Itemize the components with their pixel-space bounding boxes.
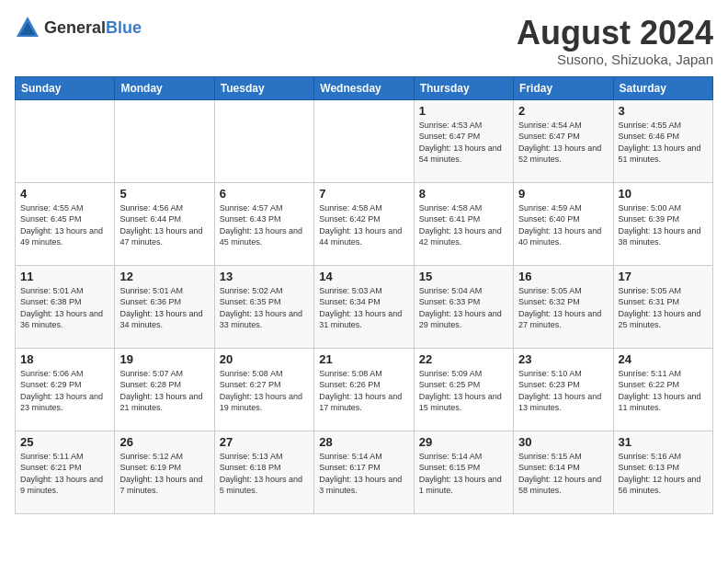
- day-detail: Sunrise: 5:14 AM Sunset: 6:15 PM Dayligh…: [419, 451, 508, 497]
- day-number: 7: [319, 187, 408, 201]
- day-detail: Sunrise: 5:16 AM Sunset: 6:13 PM Dayligh…: [619, 451, 708, 497]
- day-detail: Sunrise: 5:05 AM Sunset: 6:31 PM Dayligh…: [619, 285, 708, 331]
- day-number: 16: [518, 270, 608, 283]
- day-number: 25: [20, 435, 109, 449]
- calendar-table: SundayMondayTuesdayWednesdayThursdayFrid…: [15, 76, 713, 514]
- week-row-2: 4Sunrise: 4:55 AM Sunset: 6:45 PM Daylig…: [16, 182, 713, 265]
- day-detail: Sunrise: 5:07 AM Sunset: 6:28 PM Dayligh…: [119, 368, 209, 414]
- day-cell: 13Sunrise: 5:02 AM Sunset: 6:35 PM Dayli…: [214, 265, 313, 348]
- day-cell: 31Sunrise: 5:16 AM Sunset: 6:13 PM Dayli…: [613, 431, 712, 513]
- calendar-header: SundayMondayTuesdayWednesdayThursdayFrid…: [16, 76, 713, 99]
- day-header-friday: Friday: [514, 76, 613, 99]
- day-cell: 1Sunrise: 4:53 AM Sunset: 6:47 PM Daylig…: [414, 99, 513, 182]
- day-header-tuesday: Tuesday: [214, 76, 313, 99]
- day-number: 18: [20, 352, 109, 366]
- title-block: August 2024 Susono, Shizuoka, Japan: [517, 15, 713, 67]
- day-number: 13: [220, 270, 309, 283]
- day-cell: 19Sunrise: 5:07 AM Sunset: 6:28 PM Dayli…: [115, 348, 214, 431]
- week-row-4: 18Sunrise: 5:06 AM Sunset: 6:29 PM Dayli…: [16, 348, 713, 431]
- day-cell: 20Sunrise: 5:08 AM Sunset: 6:27 PM Dayli…: [214, 348, 313, 431]
- day-number: 15: [419, 270, 508, 283]
- days-of-week-row: SundayMondayTuesdayWednesdayThursdayFrid…: [16, 76, 713, 99]
- day-cell: 21Sunrise: 5:08 AM Sunset: 6:26 PM Dayli…: [314, 348, 414, 431]
- day-detail: Sunrise: 5:03 AM Sunset: 6:34 PM Dayligh…: [319, 285, 408, 331]
- day-detail: Sunrise: 4:58 AM Sunset: 6:41 PM Dayligh…: [419, 202, 508, 248]
- day-detail: Sunrise: 4:58 AM Sunset: 6:42 PM Dayligh…: [319, 202, 408, 248]
- day-cell: 14Sunrise: 5:03 AM Sunset: 6:34 PM Dayli…: [314, 265, 414, 348]
- day-header-sunday: Sunday: [16, 76, 115, 99]
- day-detail: Sunrise: 5:02 AM Sunset: 6:35 PM Dayligh…: [220, 285, 309, 331]
- calendar-title: August 2024: [517, 15, 713, 52]
- day-number: 3: [619, 104, 708, 118]
- day-cell: 25Sunrise: 5:11 AM Sunset: 6:21 PM Dayli…: [16, 431, 115, 513]
- day-number: 5: [119, 187, 209, 201]
- day-cell: [115, 99, 214, 182]
- day-number: 10: [619, 187, 708, 201]
- day-number: 23: [518, 352, 608, 366]
- day-number: 31: [619, 435, 708, 449]
- day-cell: 29Sunrise: 5:14 AM Sunset: 6:15 PM Dayli…: [414, 431, 513, 513]
- day-detail: Sunrise: 5:06 AM Sunset: 6:29 PM Dayligh…: [20, 368, 109, 414]
- day-cell: 2Sunrise: 4:54 AM Sunset: 6:47 PM Daylig…: [514, 99, 613, 182]
- day-detail: Sunrise: 4:53 AM Sunset: 6:47 PM Dayligh…: [419, 120, 508, 166]
- day-detail: Sunrise: 5:01 AM Sunset: 6:38 PM Dayligh…: [20, 285, 109, 331]
- day-detail: Sunrise: 4:55 AM Sunset: 6:46 PM Dayligh…: [619, 120, 708, 166]
- day-cell: 23Sunrise: 5:10 AM Sunset: 6:23 PM Dayli…: [514, 348, 613, 431]
- day-number: 1: [419, 104, 508, 118]
- day-number: 20: [220, 352, 309, 366]
- day-number: 4: [20, 187, 109, 201]
- day-number: 26: [119, 435, 209, 449]
- day-detail: Sunrise: 5:11 AM Sunset: 6:21 PM Dayligh…: [20, 451, 109, 497]
- logo-icon: [15, 15, 40, 40]
- day-cell: [214, 99, 313, 182]
- day-cell: 10Sunrise: 5:00 AM Sunset: 6:39 PM Dayli…: [613, 182, 712, 265]
- day-number: 24: [619, 352, 708, 366]
- day-cell: 5Sunrise: 4:56 AM Sunset: 6:44 PM Daylig…: [115, 182, 214, 265]
- day-cell: 17Sunrise: 5:05 AM Sunset: 6:31 PM Dayli…: [613, 265, 712, 348]
- day-cell: 18Sunrise: 5:06 AM Sunset: 6:29 PM Dayli…: [16, 348, 115, 431]
- day-number: 12: [119, 270, 209, 283]
- day-detail: Sunrise: 5:08 AM Sunset: 6:27 PM Dayligh…: [220, 368, 309, 414]
- day-number: 11: [20, 270, 109, 283]
- day-number: 28: [319, 435, 408, 449]
- day-detail: Sunrise: 4:54 AM Sunset: 6:47 PM Dayligh…: [518, 120, 608, 166]
- day-number: 29: [419, 435, 508, 449]
- day-detail: Sunrise: 5:12 AM Sunset: 6:19 PM Dayligh…: [119, 451, 209, 497]
- day-cell: 7Sunrise: 4:58 AM Sunset: 6:42 PM Daylig…: [314, 182, 414, 265]
- day-detail: Sunrise: 5:05 AM Sunset: 6:32 PM Dayligh…: [518, 285, 608, 331]
- day-detail: Sunrise: 4:59 AM Sunset: 6:40 PM Dayligh…: [518, 202, 608, 248]
- day-cell: 12Sunrise: 5:01 AM Sunset: 6:36 PM Dayli…: [115, 265, 214, 348]
- day-cell: 27Sunrise: 5:13 AM Sunset: 6:18 PM Dayli…: [214, 431, 313, 513]
- day-number: 21: [319, 352, 408, 366]
- day-header-wednesday: Wednesday: [314, 76, 414, 99]
- logo: GeneralBlue: [15, 15, 142, 40]
- day-detail: Sunrise: 4:57 AM Sunset: 6:43 PM Dayligh…: [220, 202, 309, 248]
- day-number: 6: [220, 187, 309, 201]
- day-cell: 22Sunrise: 5:09 AM Sunset: 6:25 PM Dayli…: [414, 348, 513, 431]
- logo-text-blue: Blue: [106, 18, 142, 37]
- day-number: 14: [319, 270, 408, 283]
- day-cell: [16, 99, 115, 182]
- day-cell: 30Sunrise: 5:15 AM Sunset: 6:14 PM Dayli…: [514, 431, 613, 513]
- day-cell: 4Sunrise: 4:55 AM Sunset: 6:45 PM Daylig…: [16, 182, 115, 265]
- day-cell: 15Sunrise: 5:04 AM Sunset: 6:33 PM Dayli…: [414, 265, 513, 348]
- day-header-saturday: Saturday: [613, 76, 712, 99]
- day-detail: Sunrise: 5:11 AM Sunset: 6:22 PM Dayligh…: [619, 368, 708, 414]
- day-cell: [314, 99, 414, 182]
- day-cell: 6Sunrise: 4:57 AM Sunset: 6:43 PM Daylig…: [214, 182, 313, 265]
- day-cell: 26Sunrise: 5:12 AM Sunset: 6:19 PM Dayli…: [115, 431, 214, 513]
- logo-text-general: General: [44, 18, 106, 37]
- day-number: 8: [419, 187, 508, 201]
- day-detail: Sunrise: 5:14 AM Sunset: 6:17 PM Dayligh…: [319, 451, 408, 497]
- calendar-body: 1Sunrise: 4:53 AM Sunset: 6:47 PM Daylig…: [16, 99, 713, 513]
- day-cell: 8Sunrise: 4:58 AM Sunset: 6:41 PM Daylig…: [414, 182, 513, 265]
- page-header: GeneralBlue August 2024 Susono, Shizuoka…: [15, 15, 713, 67]
- week-row-3: 11Sunrise: 5:01 AM Sunset: 6:38 PM Dayli…: [16, 265, 713, 348]
- day-detail: Sunrise: 5:15 AM Sunset: 6:14 PM Dayligh…: [518, 451, 608, 497]
- day-number: 2: [518, 104, 608, 118]
- day-number: 19: [119, 352, 209, 366]
- day-cell: 9Sunrise: 4:59 AM Sunset: 6:40 PM Daylig…: [514, 182, 613, 265]
- week-row-1: 1Sunrise: 4:53 AM Sunset: 6:47 PM Daylig…: [16, 99, 713, 182]
- day-detail: Sunrise: 4:56 AM Sunset: 6:44 PM Dayligh…: [119, 202, 209, 248]
- day-number: 30: [518, 435, 608, 449]
